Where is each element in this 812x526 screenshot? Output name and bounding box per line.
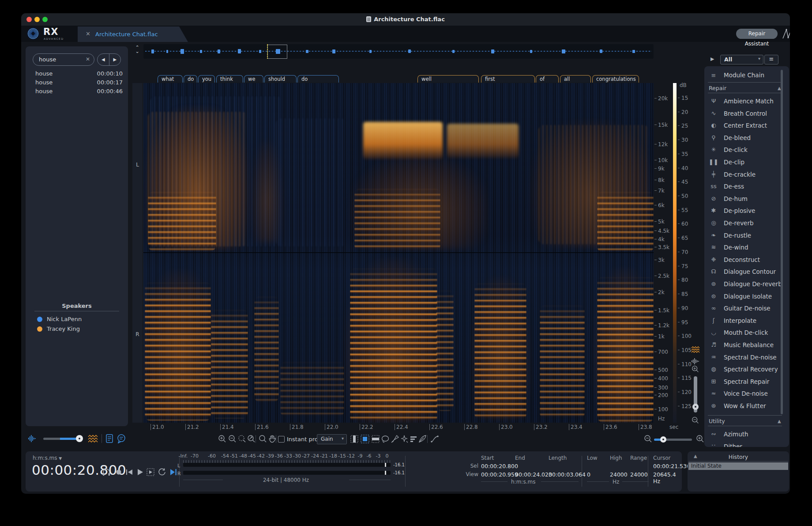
search-result-row[interactable]: house 00:00:17: [26, 78, 128, 87]
frequency-selection-tool-icon[interactable]: [371, 434, 380, 444]
module-item[interactable]: ≋De-wind: [704, 242, 789, 254]
word-label[interactable]: what: [158, 75, 183, 83]
blend-slider-thumb[interactable]: [76, 435, 83, 442]
waveform-overview[interactable]: [143, 44, 654, 59]
module-item[interactable]: ♬Music Rebalance: [704, 339, 789, 352]
word-label[interactable]: do: [184, 75, 197, 83]
next-result-button[interactable]: ▶: [109, 54, 121, 65]
loop-icon[interactable]: [157, 467, 167, 477]
module-list-scrollbar[interactable]: [781, 70, 783, 414]
module-item[interactable]: ✱De-plosive: [704, 205, 789, 217]
module-item[interactable]: ΨAmbience Match: [704, 95, 789, 108]
word-label[interactable]: first: [481, 75, 535, 83]
module-item[interactable]: ◐Center Extract: [704, 120, 789, 132]
history-item-selected[interactable]: Initial State: [688, 462, 788, 470]
spectrogram-blend-icon[interactable]: [87, 434, 98, 443]
module-item[interactable]: ≈Voice De-noise: [704, 388, 789, 400]
repair-assistant-squiggle-icon[interactable]: [781, 27, 790, 41]
magic-wand-tool-icon[interactable]: [399, 434, 409, 444]
module-item[interactable]: ∞Guitar De-noise: [704, 303, 789, 315]
waveform-spectrogram-blend-slider[interactable]: [43, 438, 80, 440]
search-result-row[interactable]: house 00:00:46: [26, 87, 128, 96]
previous-result-button[interactable]: ◀: [98, 54, 109, 65]
module-item[interactable]: ∿Breath Control: [704, 108, 789, 120]
spectrogram-settings-icon[interactable]: [691, 345, 700, 354]
lasso-tool-icon[interactable]: [380, 434, 390, 444]
module-chain-item[interactable]: ≡ Module Chain: [704, 70, 789, 80]
vertical-zoom-out-icon[interactable]: [691, 416, 700, 425]
word-label[interactable]: congratulations: [592, 75, 639, 83]
overview-view-region[interactable]: [267, 45, 287, 59]
curve-tool-icon[interactable]: [430, 434, 440, 444]
word-label[interactable]: think: [216, 75, 243, 83]
module-item[interactable]: ❉Deconstruct: [704, 254, 789, 266]
zoom-reset-icon[interactable]: [247, 434, 256, 444]
module-item[interactable]: ⊛Wow & Flutter: [704, 400, 789, 412]
module-item[interactable]: ✳De-click: [704, 144, 789, 156]
overview-resize-chevrons-icon[interactable]: ⌃⌄: [132, 45, 142, 58]
adjust-selection-icon[interactable]: [409, 434, 418, 444]
word-label[interactable]: you: [198, 75, 215, 83]
module-filter-dropdown[interactable]: All ▾: [720, 55, 763, 64]
speaker-row[interactable]: Tracey King: [26, 325, 128, 333]
module-item[interactable]: ∷Dither: [704, 441, 789, 447]
horizontal-zoom-slider-thumb[interactable]: [660, 436, 666, 443]
word-label[interactable]: we: [244, 75, 263, 83]
module-item[interactable]: ☊Dialogue Contour: [704, 266, 789, 278]
zoom-out-icon[interactable]: [228, 434, 237, 444]
waveform-view-icon[interactable]: [691, 357, 700, 366]
search-input[interactable]: [38, 56, 84, 63]
module-item[interactable]: ⚲De-bleed: [704, 132, 789, 144]
horizontal-zoom-slider[interactable]: [654, 439, 692, 441]
search-result-row[interactable]: house 00:00:10: [26, 69, 128, 78]
module-item[interactable]: ♒Spectral De-noise: [704, 352, 789, 364]
module-item[interactable]: ◍Spectral Recovery: [704, 363, 789, 376]
module-list-menu-icon[interactable]: ≡: [764, 55, 778, 64]
zoom-selection-icon[interactable]: [237, 434, 247, 444]
utility-section-header[interactable]: Utility: [709, 418, 725, 424]
zoom-in-icon[interactable]: [218, 434, 227, 444]
word-label[interactable]: of: [536, 75, 559, 83]
play-icon[interactable]: [135, 467, 145, 477]
repair-section-header[interactable]: Repair: [709, 85, 726, 91]
speaker-row[interactable]: Nick LaPenn: [26, 315, 128, 324]
notes-panel-icon[interactable]: [105, 434, 114, 443]
module-item[interactable]: ❧De-rustle: [704, 230, 789, 242]
brush-tool-icon[interactable]: [390, 434, 400, 444]
record-icon[interactable]: [114, 467, 124, 477]
module-item[interactable]: ⊘De-hum: [704, 193, 789, 205]
return-to-start-icon[interactable]: [124, 467, 134, 477]
instant-process-checkbox[interactable]: [278, 436, 285, 443]
horizontal-zoom-out-icon[interactable]: [643, 434, 653, 444]
module-item[interactable]: ╪De-crackle: [704, 169, 789, 181]
vertical-zoom-in-icon[interactable]: [691, 365, 700, 374]
transcript-panel-icon[interactable]: [117, 434, 126, 443]
play-selection-icon[interactable]: [146, 467, 155, 477]
module-item[interactable]: ∾Azimuth: [704, 428, 789, 441]
module-item[interactable]: ⊚Dialogue De-reverb: [704, 278, 789, 291]
magnify-tool-icon[interactable]: [258, 434, 268, 444]
spectrogram[interactable]: [143, 83, 654, 423]
module-item[interactable]: ʃInterpolate: [704, 315, 789, 327]
module-item[interactable]: ◡Mouth De-click: [704, 327, 789, 339]
word-label[interactable]: should: [264, 75, 297, 83]
play-from-selection-icon[interactable]: [169, 467, 178, 477]
module-preview-icon[interactable]: ▶: [710, 56, 714, 62]
word-label[interactable]: do: [297, 75, 339, 83]
horizontal-zoom-in-icon[interactable]: [695, 434, 705, 444]
time-selection-tool-icon[interactable]: [350, 434, 359, 444]
search-clear-icon[interactable]: ✕: [86, 56, 90, 62]
file-tab[interactable]: ✕ Architecture Chat.flac: [78, 26, 188, 42]
waveform-blend-icon[interactable]: [27, 434, 37, 443]
module-item[interactable]: ◎De-reverb: [704, 217, 789, 230]
instant-process-mode-dropdown[interactable]: Gain ▾: [317, 434, 347, 444]
collapse-icon[interactable]: ▲: [778, 419, 781, 424]
tab-close-icon[interactable]: ✕: [86, 30, 90, 37]
vertical-zoom-slider-thumb[interactable]: [692, 404, 699, 410]
channel-strip[interactable]: L R: [132, 83, 143, 423]
word-label[interactable]: all: [560, 75, 591, 83]
feather-selection-icon[interactable]: [417, 434, 427, 444]
word-label[interactable]: well: [417, 75, 479, 83]
repair-assistant-button[interactable]: Repair Assistant: [736, 29, 778, 39]
playhead-time-display[interactable]: 00:00:20.800: [32, 462, 126, 478]
